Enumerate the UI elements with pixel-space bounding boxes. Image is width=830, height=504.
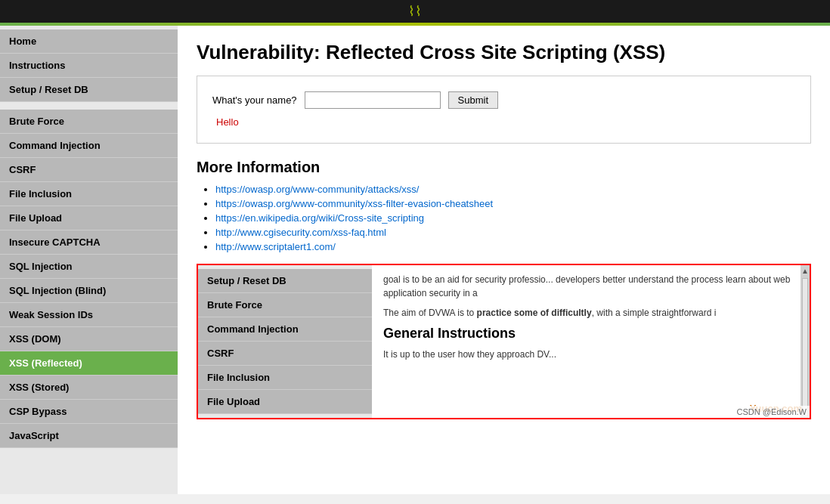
- overlay-scrollbar[interactable]: ▲: [801, 265, 810, 418]
- overlay-para3: It is up to the user how they approach D…: [383, 348, 798, 361]
- list-item: http://www.scriptalert1.com/: [215, 241, 811, 252]
- overlay-text: goal is to be an aid for security profes…: [383, 273, 798, 361]
- list-item: https://owasp.org/www-community/xss-filt…: [215, 198, 811, 209]
- list-item: https://owasp.org/www-community/attacks/…: [215, 184, 811, 195]
- top-bar: ⌇⌇: [0, 0, 830, 23]
- sidebar: Home Instructions Setup / Reset DB Brute…: [0, 26, 178, 494]
- overlay-sidebar: Setup / Reset DB Brute Force Command Inj…: [198, 265, 372, 418]
- overlay-inner: Setup / Reset DB Brute Force Command Inj…: [198, 265, 810, 418]
- logo: ⌇⌇: [408, 3, 422, 20]
- sidebar-item-csrf[interactable]: CSRF: [0, 158, 178, 182]
- list-item: http://www.cgisecurity.com/xss-faq.html: [215, 227, 811, 238]
- overlay-para1: goal is to be an aid for security profes…: [383, 273, 798, 300]
- link-xss-evasion[interactable]: https://owasp.org/www-community/xss-filt…: [215, 198, 493, 209]
- scroll-track: [802, 278, 808, 416]
- more-info-title: More Information: [197, 159, 811, 176]
- csdn-watermark: CSDN @Edison.W: [734, 406, 810, 418]
- overlay-sidebar-setup[interactable]: Setup / Reset DB: [198, 269, 372, 293]
- page-title: Vulnerability: Reflected Cross Site Scri…: [197, 41, 811, 64]
- layout: Home Instructions Setup / Reset DB Brute…: [0, 26, 830, 494]
- hello-text: Hello: [212, 116, 795, 128]
- sidebar-item-sql-injection-blind[interactable]: SQL Injection (Blind): [0, 279, 178, 303]
- sidebar-spacer: [0, 102, 178, 110]
- overlay-text2-suffix: , with a simple straightforward i: [592, 308, 717, 318]
- name-input[interactable]: [305, 91, 441, 109]
- overlay-content: goal is to be an aid for security profes…: [372, 265, 810, 418]
- sidebar-item-home[interactable]: Home: [0, 29, 178, 54]
- sidebar-item-sql-injection[interactable]: SQL Injection: [0, 255, 178, 279]
- form-box: What's your name? Submit Hello: [197, 76, 811, 144]
- sidebar-item-xss-dom[interactable]: XSS (DOM): [0, 327, 178, 351]
- overlay-para2: The aim of DVWA is to practice some of d…: [383, 306, 798, 320]
- link-cgisecurity[interactable]: http://www.cgisecurity.com/xss-faq.html: [215, 227, 386, 238]
- main-content: Vulnerability: Reflected Cross Site Scri…: [178, 26, 830, 494]
- sidebar-item-brute-force[interactable]: Brute Force: [0, 110, 178, 134]
- link-wikipedia-xss[interactable]: https://en.wikipedia.org/wiki/Cross-site…: [215, 212, 424, 224]
- form-row: What's your name? Submit: [212, 91, 795, 109]
- scroll-up-arrow[interactable]: ▲: [800, 265, 810, 277]
- sidebar-item-setup[interactable]: Setup / Reset DB: [0, 78, 178, 102]
- overlay-text2-prefix: The aim of DVWA is to: [383, 308, 477, 318]
- overlay-sidebar-brute[interactable]: Brute Force: [198, 293, 372, 317]
- list-item: https://en.wikipedia.org/wiki/Cross-site…: [215, 212, 811, 224]
- name-label: What's your name?: [212, 94, 297, 106]
- overlay-sidebar-file-inclusion[interactable]: File Inclusion: [198, 366, 372, 390]
- submit-button[interactable]: Submit: [448, 91, 498, 109]
- sidebar-item-command-injection[interactable]: Command Injection: [0, 134, 178, 158]
- link-xss-attacks[interactable]: https://owasp.org/www-community/attacks/…: [215, 184, 419, 195]
- sidebar-item-javascript[interactable]: JavaScript: [0, 424, 178, 448]
- link-scriptalert[interactable]: http://www.scriptalert1.com/: [215, 241, 336, 252]
- overlay-box: Setup / Reset DB Brute Force Command Inj…: [197, 264, 811, 419]
- sidebar-item-xss-stored[interactable]: XSS (Stored): [0, 376, 178, 400]
- overlay-sidebar-csrf[interactable]: CSRF: [198, 342, 372, 366]
- links-list: https://owasp.org/www-community/attacks/…: [197, 184, 811, 252]
- sidebar-item-csp-bypass[interactable]: CSP Bypass: [0, 400, 178, 424]
- overlay-sidebar-file-upload[interactable]: File Upload: [198, 390, 372, 414]
- sidebar-item-instructions[interactable]: Instructions: [0, 54, 178, 78]
- sidebar-item-file-upload[interactable]: File Upload: [0, 206, 178, 230]
- sidebar-item-file-inclusion[interactable]: File Inclusion: [0, 182, 178, 206]
- sidebar-item-weak-session[interactable]: Weak Session IDs: [0, 303, 178, 327]
- overlay-text2-bold: practice some of difficultly: [477, 308, 592, 318]
- general-instructions-title: General Instructions: [383, 326, 798, 342]
- overlay-sidebar-command[interactable]: Command Injection: [198, 317, 372, 342]
- sidebar-item-xss-reflected[interactable]: XSS (Reflected): [0, 351, 178, 376]
- sidebar-item-insecure-captcha[interactable]: Insecure CAPTCHA: [0, 230, 178, 255]
